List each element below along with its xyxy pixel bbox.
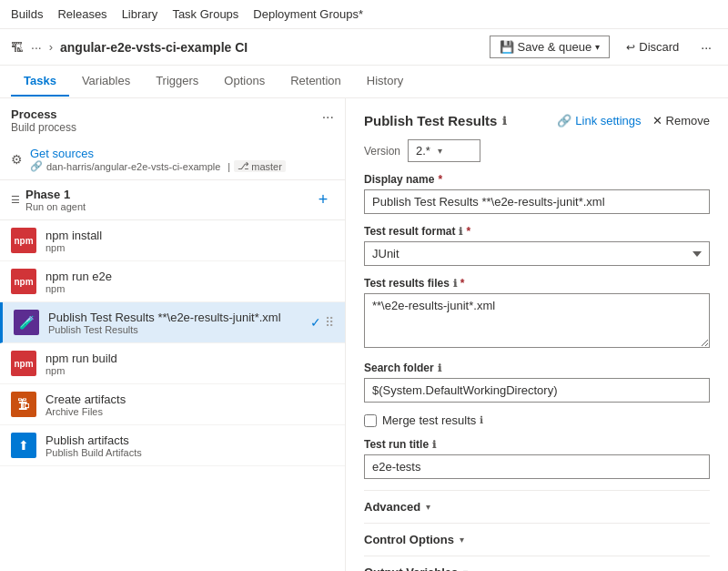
get-sources-icon: ⚙ [11, 152, 23, 167]
test-run-title-label: Test run title ℹ [364, 438, 710, 451]
link-settings-button[interactable]: 🔗 Link settings [557, 114, 641, 127]
task-title-npm-install: npm install [46, 229, 325, 242]
task-item-publish-artifacts[interactable]: ⬆Publish artifactsPublish Build Artifact… [0, 425, 345, 466]
top-nav-item-library[interactable]: Library [122, 4, 158, 25]
process-header-text: Process Build process [11, 107, 76, 134]
right-title: Publish Test Results ℹ [364, 113, 507, 128]
remove-button[interactable]: ✕ Remove [652, 114, 710, 127]
merge-test-results-info-icon[interactable]: ℹ [480, 414, 483, 426]
test-results-files-info-icon[interactable]: ℹ [453, 278, 457, 290]
more-options-button[interactable]: ··· [695, 36, 717, 58]
tab-retention[interactable]: Retention [278, 66, 354, 97]
task-item-npm-run-e2e[interactable]: npmnpm run e2enpm [0, 261, 345, 302]
phase-sub: Run on agent [25, 201, 86, 212]
task-content-create-artifacts: Create artifactsArchive Files [46, 393, 325, 417]
display-name-label: Display name [364, 173, 710, 186]
task-icon-publish-artifacts: ⬆ [11, 433, 36, 458]
advanced-collapsible[interactable]: Advanced ▾ [364, 490, 710, 523]
output-variables-collapsible[interactable]: Output Variables ▾ [364, 556, 710, 571]
phase-title: Phase 1 [25, 188, 86, 201]
discard-label: Discard [639, 40, 679, 54]
title-actions: 💾 Save & queue ▾ ↩ Discard ··· [490, 36, 717, 58]
task-sub-npm-run-e2e: npm [46, 283, 325, 294]
tab-history[interactable]: History [354, 66, 416, 97]
merge-test-results-checkbox[interactable] [364, 414, 377, 427]
tab-tasks[interactable]: Tasks [11, 66, 69, 97]
test-results-files-input[interactable]: **\e2e-results-junit*.xml [364, 293, 710, 348]
task-list: npmnpm installnpmnpmnpm run e2enpm🧪Publi… [0, 220, 345, 571]
branch-fork-icon: ⎇ [238, 160, 249, 172]
task-icon-npm-run-build: npm [11, 351, 36, 376]
task-content-npm-run-build: npm run buildnpm [46, 352, 325, 376]
task-icon-create-artifacts: 🗜 [11, 392, 36, 417]
task-item-publish-test-results[interactable]: 🧪Publish Test Results **\e2e-results-jun… [0, 302, 345, 343]
search-folder-info-icon[interactable]: ℹ [438, 362, 441, 374]
process-options-button[interactable]: ··· [322, 109, 334, 126]
top-nav-item-taskgroups[interactable]: Task Groups [172, 4, 238, 25]
undo-icon: ↩ [626, 41, 635, 54]
branch-icon: | [228, 161, 230, 172]
task-drag-handle-publish-test-results[interactable]: ⠿ [325, 315, 334, 330]
control-options-collapsible[interactable]: Control Options ▾ [364, 523, 710, 556]
test-result-format-info-icon[interactable]: ℹ [459, 226, 462, 238]
task-item-create-artifacts[interactable]: 🗜Create artifactsArchive Files [0, 384, 345, 425]
version-dropdown-arrow: ▾ [438, 146, 442, 156]
save-queue-button[interactable]: 💾 Save & queue ▾ [490, 36, 611, 58]
task-sub-publish-artifacts: Publish Build Artifacts [46, 447, 325, 458]
link-settings-label: Link settings [575, 114, 641, 127]
discard-button[interactable]: ↩ Discard [617, 36, 688, 57]
get-sources-title[interactable]: Get sources [30, 147, 286, 160]
search-folder-label: Search folder ℹ [364, 362, 710, 374]
phase-list-icon: ☰ [11, 194, 20, 206]
remove-label: Remove [666, 114, 710, 127]
branch-pill: ⎇ master [234, 160, 286, 172]
output-variables-label: Output Variables [364, 566, 458, 571]
pipeline-title: angular-e2e-vsts-ci-example CI [60, 40, 482, 55]
top-navigation: const pdata = JSON.parse(document.getEle… [0, 0, 728, 29]
phase-left: ☰ Phase 1 Run on agent [11, 188, 86, 212]
search-folder-input[interactable] [364, 378, 710, 403]
ellipsis-menu[interactable]: ··· [31, 40, 42, 55]
version-value: 2.* [416, 144, 430, 158]
test-run-title-group: Test run title ℹ [364, 438, 710, 479]
breadcrumb-separator: › [49, 40, 53, 54]
tab-triggers[interactable]: Triggers [143, 66, 211, 97]
task-sub-npm-install: npm [46, 242, 325, 253]
test-result-format-label-text: Test result format [364, 225, 455, 238]
task-actions-publish-test-results: ✓⠿ [310, 315, 334, 330]
search-folder-group: Search folder ℹ [364, 362, 710, 403]
save-queue-label: Save & queue [518, 40, 592, 54]
task-sub-publish-test-results: Publish Test Results [48, 324, 301, 335]
task-icon-npm-install: npm [11, 228, 36, 253]
test-results-files-label: Test results files ℹ [364, 277, 710, 290]
add-task-button[interactable]: + [312, 189, 334, 211]
top-nav-item-builds[interactable]: Builds [11, 4, 43, 25]
search-folder-label-text: Search folder [364, 362, 434, 374]
process-title: Process [11, 107, 76, 121]
tab-variables[interactable]: Variables [69, 66, 143, 97]
version-label: Version [364, 145, 400, 158]
task-info-icon[interactable]: ℹ [502, 115, 507, 127]
top-nav-item-releases[interactable]: Releases [57, 4, 106, 25]
test-run-title-input[interactable] [364, 454, 710, 479]
advanced-label: Advanced [364, 500, 420, 514]
right-header-actions: 🔗 Link settings ✕ Remove [557, 114, 710, 127]
task-content-npm-install: npm installnpm [46, 229, 325, 253]
top-nav-item-deploymentgroups[interactable]: Deployment Groups* [253, 4, 363, 25]
get-sources-item[interactable]: ⚙ Get sources 🔗 dan-harris/angular-e2e-v… [0, 139, 345, 180]
task-item-npm-install[interactable]: npmnpm installnpm [0, 220, 345, 261]
tab-options[interactable]: Options [211, 66, 278, 97]
get-sources-content: Get sources 🔗 dan-harris/angular-e2e-vst… [30, 147, 286, 172]
task-item-npm-run-build[interactable]: npmnpm run buildnpm [0, 343, 345, 384]
version-select[interactable]: 2.* ▾ [408, 139, 480, 162]
task-sub-create-artifacts: Archive Files [46, 406, 325, 417]
publish-test-results-title: Publish Test Results [364, 113, 497, 128]
display-name-input[interactable] [364, 189, 710, 214]
repo-icon: 🔗 [30, 160, 43, 172]
test-result-format-select[interactable]: JUnit NUnit VSTest xUnit CTest [364, 241, 710, 266]
test-run-title-label-text: Test run title [364, 438, 429, 451]
task-check-icon-publish-test-results: ✓ [310, 315, 321, 330]
task-content-npm-run-e2e: npm run e2enpm [46, 270, 325, 294]
process-header: Process Build process ··· [0, 98, 345, 139]
test-run-title-info-icon[interactable]: ℹ [432, 439, 436, 451]
